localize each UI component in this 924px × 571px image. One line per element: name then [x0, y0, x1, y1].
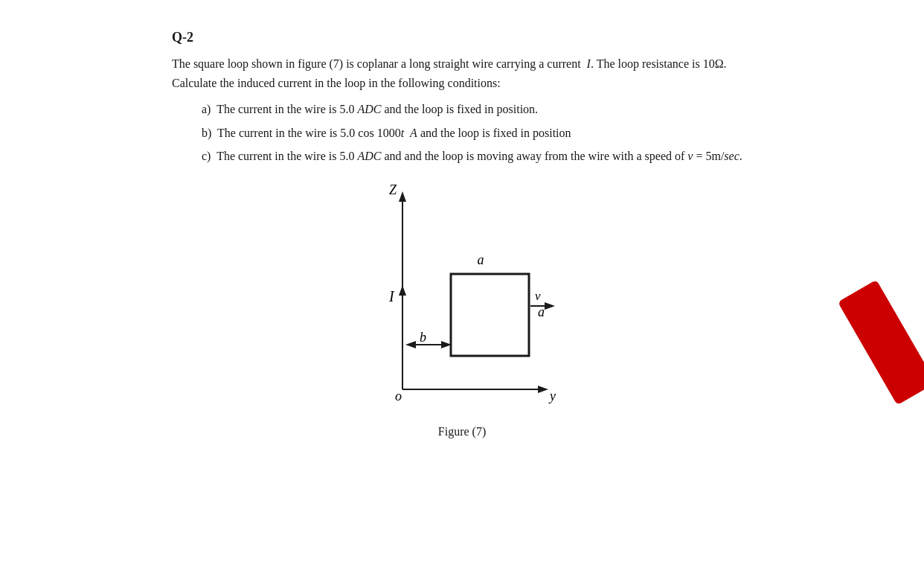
svg-text:Z: Z — [389, 182, 397, 197]
svg-text:b: b — [420, 330, 426, 345]
svg-text:I: I — [388, 288, 395, 304]
part-b: b) The current in the wire is 5.0 cos 10… — [202, 124, 752, 143]
svg-text:o: o — [395, 389, 402, 403]
part-c: c) The current in the wire is 5.0 ADC an… — [202, 147, 752, 166]
svg-text:a: a — [478, 252, 484, 267]
diagram-svg: Z y o I a a — [328, 181, 596, 419]
svg-rect-10 — [451, 274, 529, 356]
svg-marker-8 — [399, 285, 406, 296]
svg-marker-4 — [538, 386, 548, 393]
question-parts: a) The current in the wire is 5.0 ADC an… — [202, 100, 752, 166]
question-intro: The square loop shown in figure (7) is c… — [172, 54, 752, 92]
svg-marker-14 — [545, 302, 555, 310]
diagram-wrapper: Z y o I a a — [328, 181, 596, 419]
svg-marker-17 — [405, 341, 416, 348]
part-a: a) The current in the wire is 5.0 ADC an… — [202, 100, 752, 119]
red-slash-decoration — [838, 280, 924, 406]
question-number: Q-2 — [172, 30, 752, 45]
svg-text:v: v — [535, 289, 541, 303]
svg-marker-1 — [399, 191, 406, 202]
svg-text:y: y — [548, 389, 556, 403]
figure-area: Z y o I a a — [172, 181, 752, 438]
figure-caption: Figure (7) — [438, 425, 486, 438]
